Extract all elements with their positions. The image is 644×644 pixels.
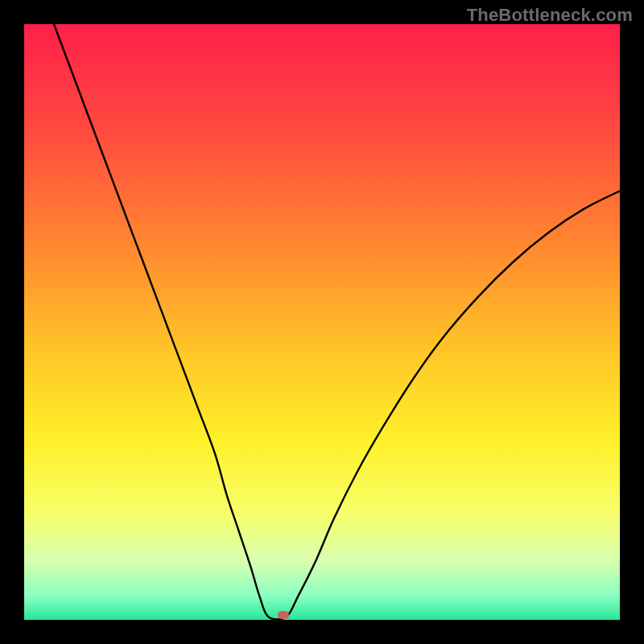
chart-stage: TheBottleneck.com: [0, 0, 644, 644]
watermark-text: TheBottleneck.com: [467, 5, 633, 26]
optimum-marker: [278, 611, 289, 619]
bottleneck-curve: [24, 24, 620, 620]
plot-area: [24, 24, 620, 620]
